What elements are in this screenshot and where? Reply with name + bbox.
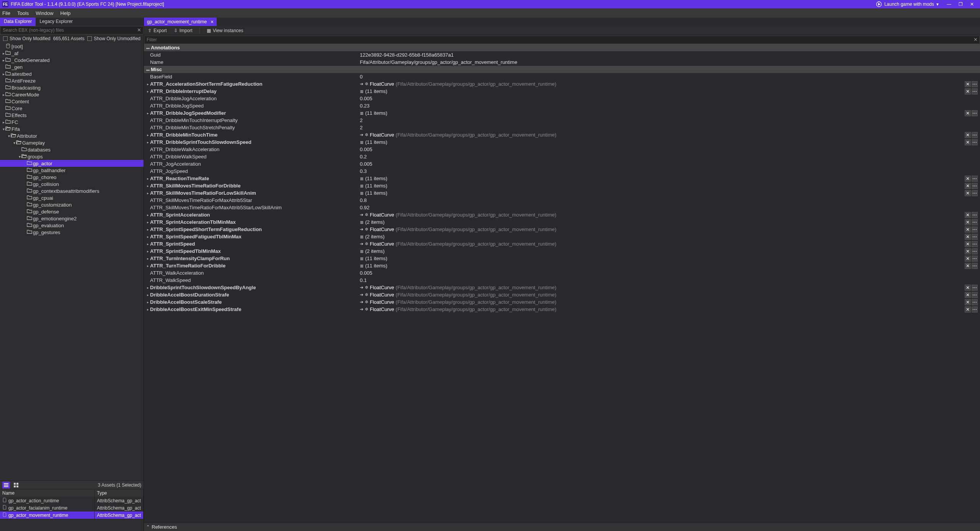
more-button[interactable]: ⋯: [972, 110, 978, 116]
tree-item[interactable]: gp_defense: [0, 208, 144, 215]
minimize-button[interactable]: —: [943, 2, 955, 7]
tree-item[interactable]: gp_customization: [0, 201, 144, 208]
explorer-tree[interactable]: [root]▸_af▸_CodeGenerated_gen▸aitestbedA…: [0, 43, 144, 481]
more-button[interactable]: ⋯: [972, 81, 978, 87]
clear-button[interactable]: ✕: [965, 292, 971, 298]
property-row[interactable]: ▸ATTR_SprintSpeedTblMinMax≣ (2 items)✕⋯: [144, 248, 980, 255]
property-row[interactable]: ▸ATTR_SprintAccelerationTblMinMax≣ (2 it…: [144, 218, 980, 226]
prop-value[interactable]: ➔ ✲ FloatCurve (Fifa/Attributor/Gameplay…: [360, 299, 965, 305]
tab-data-explorer[interactable]: Data Explorer: [0, 18, 36, 26]
editor-tab[interactable]: gp_actor_movement_runtime ×: [144, 18, 217, 26]
tree-item[interactable]: gp_emotionengine2: [0, 215, 144, 222]
prop-value[interactable]: ≣ (11 items): [360, 110, 965, 116]
tree-item[interactable]: gp_contextbaseattribmodifiers: [0, 187, 144, 194]
tab-legacy-explorer[interactable]: Legacy Explorer: [36, 18, 77, 26]
section-header[interactable]: ▬Misc: [144, 66, 980, 73]
prop-value[interactable]: ➔ ✲ FloatCurve (Fifa/Attributor/Gameplay…: [360, 285, 965, 290]
clear-button[interactable]: ✕: [965, 306, 971, 313]
prop-value[interactable]: ≣ (11 items): [360, 190, 965, 196]
clear-search-icon[interactable]: ✕: [137, 27, 141, 33]
property-row[interactable]: ATTR_SkillMovesTimeRatioForMaxAttrib5Sta…: [144, 204, 980, 211]
close-tab-icon[interactable]: ×: [211, 19, 214, 24]
prop-value[interactable]: 0: [360, 74, 978, 80]
more-button[interactable]: ⋯: [972, 226, 978, 233]
prop-value[interactable]: 0.23: [360, 103, 978, 109]
clear-button[interactable]: ✕: [965, 132, 971, 138]
tree-item[interactable]: ▾Fifa: [0, 125, 144, 132]
property-row[interactable]: ATTR_DribbleMinTouchStretchPenalty2: [144, 124, 980, 131]
clear-button[interactable]: ✕: [965, 226, 971, 233]
list-view-button[interactable]: [2, 482, 10, 489]
menu-tools[interactable]: Tools: [17, 10, 29, 16]
property-row[interactable]: ATTR_DribbleJogSpeed0.23: [144, 102, 980, 109]
close-window-button[interactable]: ✕: [966, 2, 978, 7]
prop-value[interactable]: ➔ ✲ FloatCurve (Fifa/Attributor/Gameplay…: [360, 212, 965, 218]
property-row[interactable]: ▸ATTR_TurnIntensityClampForRun≣ (11 item…: [144, 255, 980, 262]
col-type[interactable]: Type: [95, 489, 144, 497]
tree-item[interactable]: ▾Attributor: [0, 132, 144, 139]
prop-value[interactable]: ≣ (11 items): [360, 183, 965, 189]
property-row[interactable]: ▸ATTR_DribbleJogSpeedModifier≣ (11 items…: [144, 109, 980, 117]
menu-help[interactable]: Help: [60, 10, 71, 16]
tree-item[interactable]: gp_collision: [0, 181, 144, 187]
more-button[interactable]: ⋯: [972, 212, 978, 218]
more-button[interactable]: ⋯: [972, 306, 978, 313]
prop-value[interactable]: ➔ ✲ FloatCurve (Fifa/Attributor/Gameplay…: [360, 81, 965, 87]
property-row[interactable]: ATTR_DribbleJogAcceleration0.005: [144, 95, 980, 102]
clear-button[interactable]: ✕: [965, 241, 971, 247]
clear-button[interactable]: ✕: [965, 176, 971, 182]
more-button[interactable]: ⋯: [972, 292, 978, 298]
more-button[interactable]: ⋯: [972, 88, 978, 94]
prop-value[interactable]: ➔ ✲ FloatCurve (Fifa/Attributor/Gameplay…: [360, 241, 965, 247]
more-button[interactable]: ⋯: [972, 139, 978, 145]
launch-game-button[interactable]: Launch game with mods ▾: [876, 1, 939, 7]
tree-item[interactable]: ▸FC: [0, 119, 144, 125]
prop-value[interactable]: 0.005: [360, 96, 978, 101]
prop-value[interactable]: ≣ (2 items): [360, 234, 965, 239]
tree-item[interactable]: ▸CareerMode: [0, 91, 144, 98]
prop-value[interactable]: ≣ (11 items): [360, 176, 965, 181]
property-row[interactable]: ATTR_WalkAcceleration0.005: [144, 269, 980, 277]
tree-item[interactable]: databases: [0, 146, 144, 153]
asset-grid[interactable]: Name Type gp_actor_action_runtimeAttribS…: [0, 489, 144, 531]
property-row[interactable]: ▸ATTR_DribbleInterruptDelay≣ (11 items)✕…: [144, 88, 980, 95]
import-button[interactable]: ⇩Import: [174, 28, 193, 33]
prop-value[interactable]: 0.005: [360, 161, 978, 167]
property-row[interactable]: ATTR_JogSpeed0.3: [144, 168, 980, 175]
asset-row[interactable]: gp_actor_action_runtimeAttribSchema_gp_a…: [0, 497, 144, 504]
grid-view-button[interactable]: [12, 482, 20, 489]
more-button[interactable]: ⋯: [972, 234, 978, 240]
clear-button[interactable]: ✕: [965, 88, 971, 94]
tree-item[interactable]: ▸_af: [0, 50, 144, 57]
prop-value[interactable]: 0.005: [360, 270, 978, 276]
clear-button[interactable]: ✕: [965, 219, 971, 225]
property-row[interactable]: ▸ATTR_DribbleMinTouchTime➔ ✲ FloatCurve …: [144, 131, 980, 138]
clear-button[interactable]: ✕: [965, 81, 971, 87]
more-button[interactable]: ⋯: [972, 176, 978, 182]
property-row[interactable]: ▸ATTR_SprintAcceleration➔ ✲ FloatCurve (…: [144, 211, 980, 218]
property-row[interactable]: ▸DribbleSprintTouchSlowdownSpeedByAngle➔…: [144, 284, 980, 291]
prop-value[interactable]: ➔ ✲ FloatCurve (Fifa/Attributor/Gameplay…: [360, 292, 965, 298]
more-button[interactable]: ⋯: [972, 285, 978, 291]
show-modified-checkbox[interactable]: Show Only Modified: [3, 36, 51, 41]
more-button[interactable]: ⋯: [972, 132, 978, 138]
tree-item[interactable]: gp_ballhandler: [0, 167, 144, 174]
tree-item[interactable]: Broadcasting: [0, 84, 144, 91]
property-row[interactable]: ▸ATTR_AccelerationShortTermFatigueReduct…: [144, 80, 980, 88]
prop-value[interactable]: ≣ (2 items): [360, 248, 965, 254]
prop-value[interactable]: ➔ ✲ FloatCurve (Fifa/Attributor/Gameplay…: [360, 132, 965, 138]
asset-row[interactable]: gp_actor_movement_runtimeAttribSchema_gp…: [0, 511, 144, 519]
tree-item[interactable]: ▾groups: [0, 153, 144, 160]
tree-item[interactable]: Effects: [0, 112, 144, 119]
property-row[interactable]: ▸ATTR_DribbleSprintTouchSlowdownSpeed≣ (…: [144, 138, 980, 146]
more-button[interactable]: ⋯: [972, 219, 978, 225]
tree-item[interactable]: [root]: [0, 43, 144, 50]
clear-filter-icon[interactable]: ✕: [973, 37, 978, 42]
property-row[interactable]: ATTR_DribbleWalkAcceleration0.005: [144, 146, 980, 153]
prop-value[interactable]: 0.8: [360, 197, 978, 203]
tree-item[interactable]: gp_gestures: [0, 229, 144, 236]
search-input[interactable]: [0, 26, 144, 34]
clear-button[interactable]: ✕: [965, 139, 971, 145]
clear-button[interactable]: ✕: [965, 183, 971, 189]
prop-value[interactable]: ≣ (11 items): [360, 256, 965, 261]
